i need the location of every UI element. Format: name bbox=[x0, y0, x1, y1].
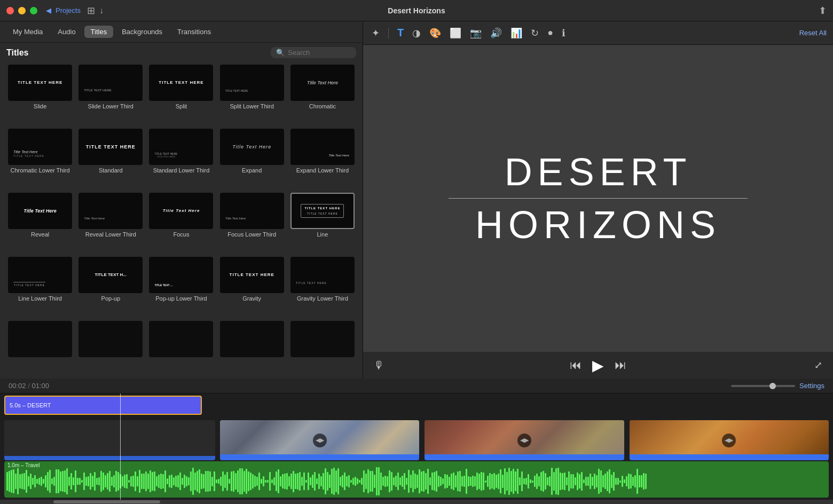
title-item-more2[interactable] bbox=[77, 321, 144, 375]
video-clip-3[interactable]: ◀▶ bbox=[630, 420, 829, 460]
play-button[interactable]: ▶ bbox=[592, 357, 604, 374]
clip-connector-icon-2: ◀▶ bbox=[517, 434, 531, 447]
title-item-pop-up-lower-third[interactable]: TITLE TEXT ... Pop-up Lower Third bbox=[147, 257, 215, 318]
timeline-section: 00:02 / 01:00 Settings 5.0s – DESERT bbox=[0, 379, 833, 504]
titles-grid: TITLE TEXT HERE Slide TITLE TEXT HERE Sl… bbox=[0, 61, 363, 379]
title-thumb-standard-lower-third: TITLE TEXT HERE TITLE TEXT HERE bbox=[149, 129, 213, 165]
timeline-scrollbar[interactable] bbox=[0, 500, 833, 504]
title-item-pop-up[interactable]: TITLE TEXT H... Pop-up bbox=[77, 257, 144, 318]
title-item-gravity[interactable]: TITLE TEXT HERE Gravity bbox=[218, 257, 286, 318]
window-title: Desert Horizons bbox=[388, 6, 445, 15]
title-thumb-focus-lower-third: Title Text Here bbox=[220, 193, 284, 229]
title-name-line: Line bbox=[317, 231, 328, 238]
360-icon[interactable]: ● bbox=[545, 26, 555, 40]
title-thumb-more1 bbox=[8, 321, 72, 357]
title-item-focus-lower-third[interactable]: Title Text Here Focus Lower Third bbox=[218, 193, 286, 254]
title-track: 5.0s – DESERT bbox=[4, 396, 829, 415]
view-toggle-button[interactable]: ⊞ bbox=[85, 4, 97, 18]
title-item-chromatic-lower-third[interactable]: Title Text Here TITLE TEXT HERE Chromati… bbox=[6, 129, 74, 190]
skip-back-button[interactable]: ⏮ bbox=[570, 358, 581, 372]
title-item-more5[interactable] bbox=[289, 321, 356, 375]
preview-title-line2: HORIZONS bbox=[475, 203, 721, 247]
audio-icon[interactable]: 🔊 bbox=[488, 26, 504, 40]
title-item-focus[interactable]: Title Text Here Focus bbox=[147, 193, 215, 254]
video-clip-3-thumbnail: ◀▶ bbox=[630, 420, 829, 454]
speed-icon[interactable]: 📊 bbox=[508, 26, 524, 40]
microphone-icon[interactable]: 🎙 bbox=[374, 359, 384, 372]
settings-button[interactable]: Settings bbox=[799, 382, 824, 390]
title-item-split[interactable]: TITLE TEXT HERE Split bbox=[147, 65, 215, 125]
title-item-gravity-lower-third[interactable]: TITLE TEXT HERE Gravity Lower Third bbox=[289, 257, 356, 318]
title-item-split-lower-third[interactable]: TITLE TEXT HERE Split Lower Third bbox=[218, 65, 286, 125]
video-clip-1[interactable]: ◀▶ bbox=[220, 420, 419, 460]
titles-label: Titles bbox=[6, 48, 29, 58]
projects-link[interactable]: Projects bbox=[56, 6, 81, 14]
audio-track[interactable]: 1.0m – Travel // Generate waveform bars … bbox=[4, 461, 829, 498]
title-name-chromatic: Chromatic bbox=[309, 103, 336, 109]
tab-backgrounds[interactable]: Backgrounds bbox=[115, 26, 169, 38]
left-panel: My Media Audio Titles Backgrounds Transi… bbox=[0, 21, 363, 379]
audio-track-label: 1.0m – Travel bbox=[4, 461, 829, 469]
tab-transitions[interactable]: Transitions bbox=[171, 26, 217, 38]
video-clips-row: ◀▶ ◀▶ ◀▶ bbox=[220, 420, 829, 460]
search-box[interactable]: 🔍 bbox=[271, 47, 356, 58]
title-item-reveal[interactable]: Title Text Here Reveal bbox=[6, 193, 74, 254]
title-thumb-chromatic: Title Text Here bbox=[290, 65, 355, 101]
reset-all-button[interactable]: Reset All bbox=[799, 29, 827, 37]
title-item-slide[interactable]: TITLE TEXT HERE Slide bbox=[6, 65, 74, 125]
title-item-standard[interactable]: TITLE TEXT HERE Standard bbox=[77, 129, 144, 190]
zoom-slider[interactable] bbox=[731, 385, 795, 387]
title-item-chromatic[interactable]: Title Text Here Chromatic bbox=[289, 65, 356, 125]
title-thumb-more3 bbox=[149, 321, 213, 357]
nav-back[interactable]: ◀ Projects bbox=[46, 6, 81, 14]
title-item-expand[interactable]: Title Text Here Expand bbox=[218, 129, 286, 190]
wand-icon[interactable]: ✦ bbox=[370, 26, 382, 40]
title-item-line[interactable]: TITLE TEXT HERE TITLE TEXT HERE Line bbox=[289, 193, 356, 254]
title-thumb-slide: TITLE TEXT HERE bbox=[8, 65, 72, 101]
tab-titles[interactable]: Titles bbox=[84, 26, 114, 38]
tab-my-media[interactable]: My Media bbox=[6, 26, 49, 38]
title-item-more1[interactable] bbox=[6, 321, 74, 375]
search-icon: 🔍 bbox=[276, 49, 285, 57]
video-icon[interactable]: 📷 bbox=[468, 26, 484, 40]
video-clip-2[interactable]: ◀▶ bbox=[425, 420, 624, 460]
title-item-standard-lower-third[interactable]: TITLE TEXT HERE TITLE TEXT HERE Standard… bbox=[147, 129, 215, 190]
search-input[interactable] bbox=[288, 49, 351, 57]
title-item-reveal-lower-third[interactable]: Title Text Here Reveal Lower Third bbox=[77, 193, 144, 254]
crop-icon[interactable]: ⬜ bbox=[447, 26, 463, 40]
title-item-slide-lower-third[interactable]: TITLE TEXT HERE Slide Lower Third bbox=[77, 65, 144, 125]
title-name-standard-lower-third: Standard Lower Third bbox=[153, 167, 210, 174]
maximize-button[interactable] bbox=[30, 7, 37, 14]
nav-forward-button[interactable]: ↓ bbox=[97, 5, 106, 17]
title-thumb-chromatic-lower-third: Title Text Here TITLE TEXT HERE bbox=[8, 129, 72, 165]
title-item-line-lower-third[interactable]: TITLE TEXT HERE Line Lower Third bbox=[6, 257, 74, 318]
title-thumb-more4 bbox=[220, 321, 284, 357]
timeline-scrollbar-thumb[interactable] bbox=[53, 500, 160, 503]
title-item-expand-lower-third[interactable]: Title Text Here Expand Lower Third bbox=[289, 129, 356, 190]
info-icon[interactable]: ℹ bbox=[560, 26, 568, 40]
audio-waveform: // Generate waveform bars inline const w… bbox=[4, 469, 829, 493]
title-thumb-gravity: TITLE TEXT HERE bbox=[220, 257, 284, 293]
title-clip[interactable]: 5.0s – DESERT bbox=[4, 396, 202, 415]
skip-forward-button[interactable]: ⏭ bbox=[615, 358, 626, 372]
fullscreen-button[interactable]: ⤢ bbox=[814, 359, 822, 371]
stabilize-icon[interactable]: ↻ bbox=[529, 26, 541, 40]
title-name-pop-up: Pop-up bbox=[101, 295, 120, 302]
current-time: 00:02 / 01:00 bbox=[9, 382, 49, 390]
title-item-more4[interactable] bbox=[218, 321, 286, 375]
zoom-handle[interactable] bbox=[769, 383, 776, 389]
title-thumb-more2 bbox=[78, 321, 143, 357]
clip-connector-icon-3: ◀▶ bbox=[722, 434, 736, 447]
minimize-button[interactable] bbox=[18, 7, 26, 14]
text-icon[interactable]: T bbox=[395, 26, 406, 40]
title-name-gravity: Gravity bbox=[242, 295, 261, 302]
filter-icon[interactable]: ◑ bbox=[410, 26, 423, 40]
tab-audio[interactable]: Audio bbox=[51, 26, 82, 38]
title-thumb-pop-up: TITLE TEXT H... bbox=[78, 257, 143, 293]
close-button[interactable] bbox=[6, 7, 14, 14]
video-clip-1-audio-bar bbox=[220, 454, 419, 460]
share-button[interactable]: ⬆ bbox=[819, 5, 827, 17]
title-thumb-line: TITLE TEXT HERE TITLE TEXT HERE bbox=[290, 193, 355, 229]
title-item-more3[interactable] bbox=[147, 321, 215, 375]
color-icon[interactable]: 🎨 bbox=[427, 26, 443, 40]
